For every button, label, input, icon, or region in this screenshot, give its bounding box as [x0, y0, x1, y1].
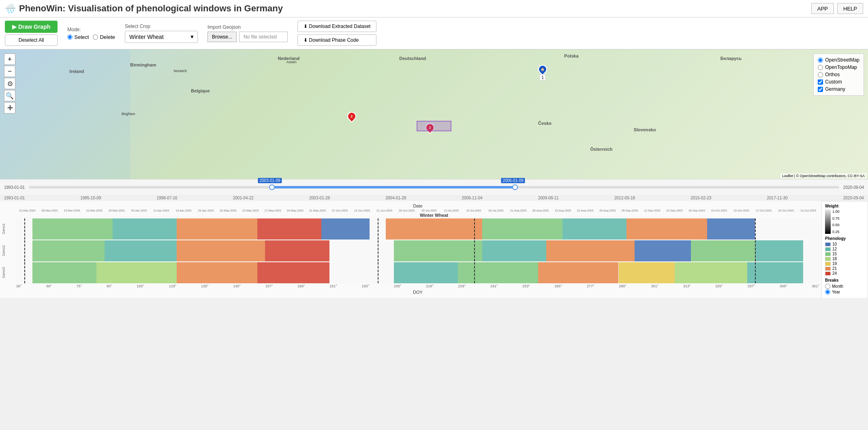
doy-18: 277° [587, 284, 594, 288]
layer-germany[interactable]: Germany [818, 86, 859, 92]
layer-ortho-radio[interactable] [818, 72, 823, 77]
dt-16: 21-Jun-2003 [373, 209, 396, 212]
weight-legend-title: Weight [825, 204, 864, 208]
breaks-month-label: Month [832, 284, 843, 289]
layer-osm[interactable]: OpenStreetMap [818, 57, 859, 63]
doy-5: 118° [169, 284, 177, 288]
breaks-month-radio[interactable] [825, 284, 830, 289]
slider-handle-right[interactable]: 2006-01-09 [512, 184, 518, 190]
date-ticks-row: 01-Mar-2003 08-Mar-2003 15-Mar-2003 22-M… [16, 209, 819, 212]
breaks-year[interactable]: Year [825, 289, 864, 295]
pheno-label-18: 18 [832, 257, 837, 261]
slider-fill [272, 186, 515, 188]
mode-delete-option[interactable]: Delete [93, 34, 115, 40]
pheno-swatch-12 [825, 247, 831, 251]
svg-rect-1 [130, 49, 868, 179]
search-button[interactable]: 🔍 [4, 90, 15, 101]
dt-4: 29-Mar-2003 [105, 209, 128, 212]
timeline-start-label: 1993-01-01 [4, 185, 25, 190]
seg-r2-7 [546, 240, 635, 261]
seg-r3-5 [394, 262, 458, 283]
draw-graph-button[interactable]: ▶ Draw Graph [5, 21, 58, 33]
deselect-all-button[interactable]: Deselect All [5, 34, 58, 46]
zoom-in-button[interactable]: + [4, 53, 15, 65]
crop-select[interactable]: Winter Wheat Spring Wheat Barley Rye [125, 31, 198, 43]
date-axis-tick-4: 2003-01-28 [309, 196, 330, 200]
breaks-year-label: Year [832, 290, 840, 294]
cursor-button[interactable]: ✛ [4, 102, 15, 113]
doy-24: 349° [780, 284, 787, 288]
dt-18: 05-Jul-2003 [418, 209, 440, 212]
seg-r2-5 [394, 240, 482, 261]
map-marker-1[interactable]: 🏠 1 [538, 65, 547, 81]
app-icon: 🌧️ [5, 3, 16, 14]
doy-25: 361° [812, 284, 819, 288]
doy-3: 90° [107, 284, 112, 288]
dashed-line-r1-1 [24, 218, 25, 240]
dt-23: 08-Aug-2003 [529, 209, 552, 212]
dt-5: 05-Apr-2003 [128, 209, 150, 212]
mode-delete-radio[interactable] [93, 34, 98, 40]
help-button[interactable]: HELP [837, 3, 863, 14]
weight-val-1: 0.75 [832, 216, 840, 220]
layer-custom-checkbox[interactable] [818, 79, 823, 85]
download-dataset-button[interactable]: ⬇ Download Extracted Dataset [297, 21, 376, 32]
dt-26: 29-Aug-2003 [596, 209, 619, 212]
map-layer-controls: OpenStreetMap OpenTopoMap Orthos Custom … [813, 53, 864, 96]
date-axis-tick-10: 2017-11-30 [767, 196, 788, 200]
dashed-line-r2-4 [755, 240, 756, 261]
slider-handle-left[interactable]: 2003-01-09 [269, 184, 275, 190]
mode-select-radio[interactable] [67, 34, 73, 40]
download-phase-button[interactable]: ⬇ Download Phase Code [297, 34, 376, 46]
mode-label: Mode: [67, 27, 115, 32]
dt-30: 26-Sep-2003 [686, 209, 708, 212]
dt-31: 03-Oct-2003 [708, 209, 730, 212]
map-zoom-controls: + − ⊙ 🔍 ✛ [4, 53, 15, 113]
doy-0: 30° [16, 284, 22, 288]
pheno-label-24: 24 [832, 271, 837, 276]
pheno-label-10: 10 [832, 242, 837, 246]
weight-gradient-row: 1.00 0.75 0.50 0.25 [825, 210, 864, 234]
layer-osm-radio[interactable] [818, 58, 823, 63]
layer-germany-checkbox[interactable] [818, 87, 823, 92]
location-button[interactable]: ⊙ [4, 78, 15, 89]
dashed-line-r3-4 [755, 262, 756, 283]
browse-button[interactable]: Browse... [207, 32, 237, 42]
slider-track[interactable]: 2003-01-09 2006-01-09 [29, 186, 839, 188]
dt-1: 08-Mar-2003 [38, 209, 61, 212]
weight-val-2: 0.50 [832, 223, 840, 227]
doy-11: 193° [362, 284, 370, 288]
zoom-out-button[interactable]: − [4, 66, 15, 77]
doy-7: 145° [233, 284, 241, 288]
layer-topo[interactable]: OpenTopoMap [818, 64, 859, 70]
app-button[interactable]: APP [811, 3, 834, 14]
mode-select-option[interactable]: Select [67, 34, 89, 40]
doy-19: 289° [619, 284, 626, 288]
dt-33: 17-Oct-2003 [753, 209, 775, 212]
seg-r3-4 [257, 262, 329, 283]
dashed-line-r1-4 [755, 218, 756, 240]
breaks-year-radio[interactable] [825, 289, 830, 295]
breaks-month[interactable]: Month [825, 284, 864, 289]
seg-r1-2 [113, 218, 177, 240]
dt-32: 10-Oct-2003 [730, 209, 753, 212]
doy-21: 313° [683, 284, 691, 288]
map-container[interactable]: Ireland Birmingham Nederland Deutschland… [0, 49, 868, 179]
download-group: ⬇ Download Extracted Dataset ⬇ Download … [297, 21, 376, 46]
phenology-legend-title: Phenology [825, 236, 864, 241]
dt-24: 15-Aug-2003 [552, 209, 574, 212]
dt-14: 07-Jun-2003 [329, 209, 351, 212]
weight-gradient [825, 210, 831, 234]
layer-topo-radio[interactable] [818, 65, 823, 70]
breaks-legend: Breaks Month Year [825, 278, 864, 295]
seg-r3-3 [177, 262, 257, 283]
layer-custom[interactable]: Custom [818, 79, 859, 85]
dashed-line-r3-3 [474, 262, 475, 283]
doy-12: 205° [394, 284, 402, 288]
layer-topo-label: OpenTopoMap [825, 64, 857, 70]
date-axis-tick-1: 1995-10-09 [80, 196, 101, 200]
import-row: Browse... No file selected [207, 32, 288, 42]
layer-ortho[interactable]: Orthos [818, 72, 859, 77]
map-marker-2[interactable]: 2 [347, 112, 356, 121]
import-group: Import Geojson Browse... No file selecte… [207, 24, 288, 42]
